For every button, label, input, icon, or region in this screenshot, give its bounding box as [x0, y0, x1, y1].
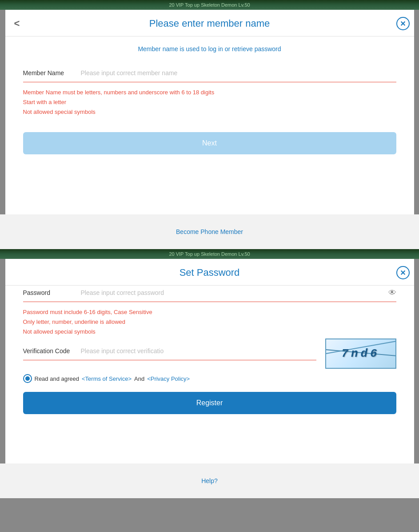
validation-line-1: Member Name must be letters, numbers and…: [23, 88, 396, 97]
verification-row: Verification Code 7nd6: [23, 339, 396, 369]
validation-line-3: Not allowed special symbols: [23, 107, 396, 117]
game-bg-strip-1: 20 VIP Top up Skeleton Demon Lv.50: [0, 0, 419, 10]
eye-icon[interactable]: 👁: [388, 288, 396, 298]
validation-messages-1: Member Name must be letters, numbers and…: [23, 86, 396, 119]
member-name-label: Member Name: [23, 69, 81, 77]
modal-header-1: < Please enter member name ✕: [5, 10, 414, 36]
password-validation-line-2: Only letter, number, underline is allowe…: [23, 317, 396, 327]
privacy-policy-link[interactable]: <Privacy Policy>: [147, 375, 190, 382]
modal-subtitle-1: Member name is used to log in or retriev…: [5, 36, 414, 66]
phone-member-section: Become Phone Member: [0, 214, 419, 249]
modal-title-2: Set Password: [180, 267, 240, 278]
back-button-1[interactable]: <: [14, 18, 20, 29]
validation-messages-2: Password must include 6-16 digits, Case …: [23, 306, 396, 339]
member-name-modal: < Please enter member name ✕ Member name…: [5, 10, 414, 214]
member-name-form: Member Name Member Name must be letters,…: [5, 66, 414, 154]
close-button-1[interactable]: ✕: [396, 17, 410, 30]
password-validation-line-3: Not allowed special symbols: [23, 327, 396, 337]
help-link[interactable]: Help?: [201, 477, 218, 484]
member-name-row: Member Name: [23, 66, 396, 80]
set-password-form: Password 👁 Password must include 6-16 di…: [5, 286, 414, 414]
captcha-image[interactable]: 7nd6: [325, 339, 396, 369]
terms-radio-button[interactable]: [23, 374, 32, 383]
register-button[interactable]: Register: [23, 392, 396, 414]
member-name-underline: [23, 82, 396, 82]
next-button[interactable]: Next: [23, 132, 396, 154]
verification-input-section: Verification Code: [23, 344, 316, 364]
radio-inner: [25, 376, 30, 381]
password-row: Password 👁: [23, 286, 396, 300]
password-validation-line-1: Password must include 6-16 digits, Case …: [23, 307, 396, 317]
phone-member-link[interactable]: Become Phone Member: [176, 228, 243, 235]
verification-label: Verification Code: [23, 347, 81, 355]
terms-and-text: And: [134, 375, 144, 382]
modal-header-2: Set Password ✕: [5, 259, 414, 286]
terms-row: Read and agreed <Terms of Service> And <…: [23, 374, 396, 383]
password-label: Password: [23, 289, 81, 296]
verification-label-row: Verification Code: [23, 344, 316, 358]
member-name-input[interactable]: [81, 66, 396, 80]
password-underline: [23, 302, 396, 302]
close-button-2[interactable]: ✕: [396, 266, 410, 279]
modal-title-1: Please enter member name: [149, 18, 270, 29]
set-password-modal: Set Password ✕ Password 👁 Password must …: [5, 259, 414, 463]
verification-input[interactable]: [81, 344, 316, 358]
captcha-text: 7nd6: [341, 347, 379, 360]
terms-read-text: Read and agreed: [35, 375, 79, 382]
terms-of-service-link[interactable]: <Terms of Service>: [82, 375, 132, 382]
verification-underline: [23, 360, 316, 360]
game-bg-strip-2: 20 VIP Top up Skeleton Demon Lv.50: [0, 249, 419, 259]
validation-line-2: Start with a letter: [23, 97, 396, 107]
help-section: Help?: [0, 463, 419, 498]
password-input-wrapper: 👁: [81, 286, 396, 300]
password-input[interactable]: [81, 286, 385, 300]
